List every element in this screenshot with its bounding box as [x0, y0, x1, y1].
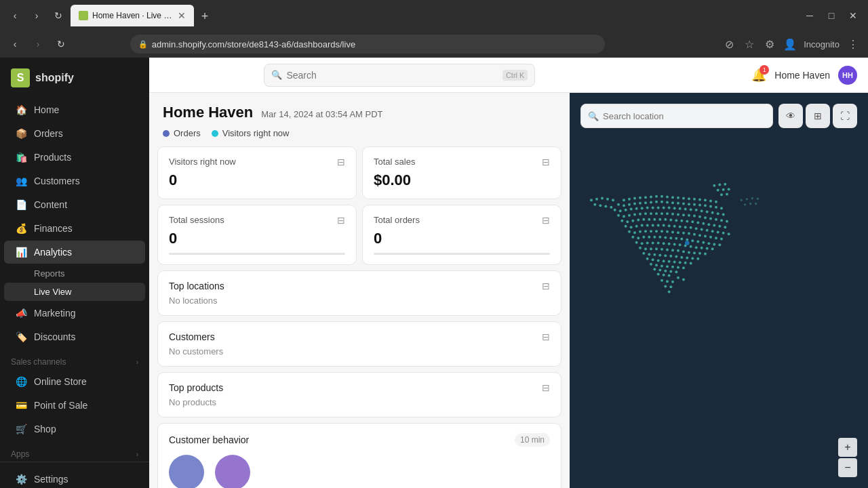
total-orders-remove-icon[interactable]: ⊟	[542, 215, 550, 226]
svg-point-238	[593, 203, 596, 206]
notification-bell[interactable]: 🔔 1	[751, 68, 766, 83]
svg-point-104	[641, 224, 644, 227]
sidebar-item-customers[interactable]: 👥 Customers	[4, 169, 145, 192]
sidebar-item-orders[interactable]: 📦 Orders	[4, 122, 145, 145]
reload-button[interactable]: ↻	[52, 35, 71, 54]
app-container: S shopify 🏠 Home 📦 Orders 🛍️ Products 👥 …	[0, 58, 868, 488]
svg-point-145	[664, 237, 667, 239]
svg-point-143	[653, 236, 656, 239]
active-tab[interactable]: Home Haven · Live View · Sho... ✕	[71, 5, 194, 26]
back-button[interactable]: ‹	[5, 6, 24, 25]
legend-visitors[interactable]: Visitors right now	[212, 128, 290, 138]
shop-icon: 🛒	[15, 423, 27, 435]
svg-point-80	[726, 220, 728, 223]
profile-icon[interactable]: 👤	[781, 35, 800, 54]
minimize-button[interactable]: ─	[800, 6, 819, 25]
svg-point-93	[686, 220, 688, 223]
sidebar-item-live-view[interactable]: Live View	[4, 283, 145, 301]
store-name-label[interactable]: Home Haven	[774, 70, 830, 81]
maximize-button[interactable]: □	[822, 6, 841, 25]
total-sales-header: Total sales ⊟	[374, 157, 550, 167]
visitors-legend-label: Visitors right now	[222, 128, 290, 138]
svg-point-11	[677, 197, 679, 199]
apps-chevron[interactable]: ›	[136, 451, 138, 458]
eyedropper-icon[interactable]: ⊘	[719, 35, 738, 54]
svg-point-154	[713, 243, 715, 246]
svg-point-4	[639, 197, 642, 199]
tab-close-button[interactable]: ✕	[178, 10, 186, 21]
close-window-button[interactable]: ✕	[844, 6, 863, 25]
svg-point-10	[671, 196, 674, 199]
sidebar-item-home[interactable]: 🏠 Home	[4, 98, 145, 121]
bookmark-icon[interactable]: ☆	[740, 35, 759, 54]
svg-point-52	[684, 208, 687, 211]
svg-point-211	[653, 268, 656, 270]
map-zoom-in-button[interactable]: +	[838, 438, 857, 457]
tab-bar: Home Haven · Live View · Sho... ✕ +	[71, 5, 795, 26]
sidebar-item-online-store[interactable]: 🌐 Online Store	[4, 370, 145, 393]
top-locations-remove-icon[interactable]: ⊟	[542, 281, 550, 291]
total-sessions-remove-icon[interactable]: ⊟	[337, 215, 345, 226]
legend-orders[interactable]: Orders	[163, 128, 201, 138]
map-grid-button[interactable]: ⊞	[806, 104, 830, 128]
svg-point-96	[702, 222, 705, 225]
sidebar-item-shop[interactable]: 🛒 Shop	[4, 418, 145, 441]
sidebar-item-analytics[interactable]: 📊 Analytics	[4, 241, 145, 264]
svg-point-209	[677, 266, 679, 269]
svg-point-186	[653, 253, 656, 256]
new-tab-button[interactable]: +	[195, 7, 214, 26]
window-controls[interactable]: ─ □ ✕	[800, 6, 863, 25]
map-eye-button[interactable]: 👁	[778, 104, 803, 128]
svg-point-78	[715, 218, 717, 221]
forward-nav-button[interactable]: ›	[28, 35, 47, 54]
svg-point-210	[682, 266, 685, 269]
sales-channels-chevron[interactable]: ›	[136, 359, 138, 366]
svg-point-192	[686, 257, 688, 260]
svg-point-133	[693, 233, 696, 236]
svg-point-49	[668, 207, 671, 209]
svg-point-65	[644, 212, 647, 215]
svg-point-182	[698, 252, 701, 255]
metrics-scroll-area[interactable]: Visitors right now ⊟ 0 Total sales ⊟ $0.…	[149, 146, 570, 488]
svg-point-15	[698, 199, 701, 201]
svg-point-99	[718, 225, 721, 228]
svg-point-216	[657, 273, 660, 276]
refresh-button[interactable]: ↻	[49, 6, 68, 25]
sidebar-item-settings[interactable]: ⚙️ Settings	[4, 468, 145, 488]
svg-point-9	[666, 196, 669, 199]
extensions-icon[interactable]: ⚙	[760, 35, 779, 54]
map-expand-button[interactable]: ⛶	[833, 104, 857, 128]
sidebar-item-marketing[interactable]: 📣 Marketing	[4, 302, 145, 325]
svg-point-13	[688, 197, 690, 200]
svg-point-229	[722, 188, 725, 191]
address-bar[interactable]: 🔒 admin.shopify.com/store/de8143-a6/dash…	[130, 35, 605, 54]
sidebar-item-finances[interactable]: 💰 Finances	[4, 217, 145, 240]
svg-point-174	[655, 247, 658, 250]
avatar[interactable]: HH	[838, 66, 857, 85]
sidebar-item-products[interactable]: 🛍️ Products	[4, 146, 145, 169]
sidebar-item-reports[interactable]: Reports	[4, 264, 145, 283]
menu-button[interactable]: ⋮	[844, 35, 863, 54]
top-products-remove-icon[interactable]: ⊟	[542, 382, 550, 393]
forward-button[interactable]: ›	[27, 6, 46, 25]
browser-nav-controls[interactable]: ‹ › ↻	[5, 6, 68, 25]
sidebar-item-content[interactable]: 📄 Content	[4, 193, 145, 216]
svg-point-126	[655, 230, 658, 232]
search-input[interactable]	[286, 70, 498, 81]
sidebar-item-discounts[interactable]: 🏷️ Discounts	[4, 325, 145, 348]
svg-point-84	[637, 219, 639, 222]
visitors-now-remove-icon[interactable]: ⊟	[337, 157, 345, 167]
back-nav-button[interactable]: ‹	[5, 35, 24, 54]
map-zoom-out-button[interactable]: −	[838, 458, 857, 477]
sidebar-item-point-of-sale[interactable]: 💳 Point of Sale	[4, 394, 145, 417]
customers-remove-icon[interactable]: ⊟	[542, 331, 550, 342]
svg-point-127	[660, 230, 663, 232]
map-search-bar[interactable]: 🔍	[580, 104, 773, 128]
search-bar[interactable]: 🔍 Ctrl K	[264, 64, 535, 87]
total-sales-remove-icon[interactable]: ⊟	[542, 157, 550, 167]
svg-point-44	[641, 207, 644, 209]
svg-point-116	[706, 229, 709, 232]
svg-point-163	[673, 243, 676, 246]
svg-point-16	[704, 199, 707, 201]
map-search-input[interactable]	[603, 111, 766, 121]
